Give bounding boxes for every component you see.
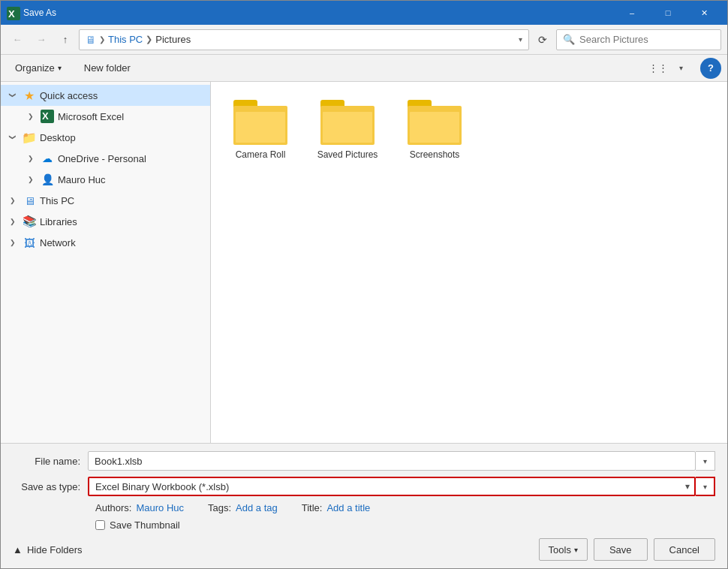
new-folder-button[interactable]: New folder bbox=[76, 59, 139, 78]
save-as-dialog: X Save As – □ ✕ ← → ↑ 🖥 ❯ This PC ❯ Pict… bbox=[0, 0, 728, 569]
action-row: ▲ Hide Folders Tools ▾ Save Cancel bbox=[13, 538, 715, 561]
folder-name-camera-roll: Camera Roll bbox=[236, 149, 286, 161]
tools-button[interactable]: Tools ▾ bbox=[539, 538, 588, 561]
thispc-icon: 🖥 bbox=[22, 193, 37, 208]
title-value[interactable]: Add a title bbox=[326, 502, 370, 513]
folder-grid: Camera Roll Saved Pictures bbox=[223, 94, 715, 167]
folder-icon-saved-pictures bbox=[320, 100, 375, 145]
title-group: Title: Add a title bbox=[302, 502, 371, 513]
bottom-panel: File name: ▾ Save as type: Excel Binary … bbox=[1, 443, 727, 568]
forward-button[interactable]: → bbox=[31, 29, 52, 50]
view-icon: ⋮⋮ bbox=[648, 62, 668, 74]
view-dropdown-button[interactable]: ▾ bbox=[670, 58, 691, 79]
folder-icon-screenshots bbox=[408, 100, 462, 145]
folder-item-camera-roll[interactable]: Camera Roll bbox=[223, 94, 298, 167]
folder-icon-camera-roll bbox=[233, 100, 287, 145]
save-as-type-row: Save as type: Excel Binary Workbook (*.x… bbox=[13, 477, 715, 496]
up-button[interactable]: ↑ bbox=[55, 29, 76, 50]
titlebar: X Save As – □ ✕ bbox=[1, 1, 727, 25]
view-buttons: ⋮⋮ ▾ bbox=[648, 58, 691, 79]
sidebar-label-thispc: This PC bbox=[40, 195, 74, 206]
authors-value[interactable]: Mauro Huc bbox=[136, 502, 184, 513]
checkbox-row: Save Thumbnail bbox=[13, 519, 715, 531]
expand-thispc-icon: ❯ bbox=[7, 194, 19, 206]
file-name-row: File name: ▾ bbox=[13, 451, 715, 471]
sidebar-item-onedrive[interactable]: ❯ ☁ OneDrive - Personal bbox=[1, 148, 210, 169]
folder-name-saved-pictures: Saved Pictures bbox=[317, 149, 378, 161]
title-label: Title: bbox=[302, 502, 323, 513]
sidebar-item-network[interactable]: ❯ 🖼 Network bbox=[1, 232, 210, 253]
toolbar: Organize ▾ New folder ⋮⋮ ▾ ? bbox=[1, 55, 727, 82]
save-label: Save bbox=[609, 544, 632, 555]
excel-sidebar-icon: X bbox=[40, 109, 55, 124]
sidebar-label-network: Network bbox=[40, 237, 76, 248]
save-thumbnail-label[interactable]: Save Thumbnail bbox=[110, 519, 180, 531]
sidebar-label-desktop: Desktop bbox=[40, 132, 76, 143]
tags-value[interactable]: Add a tag bbox=[236, 502, 278, 513]
breadcrumb-dropdown[interactable]: ▾ bbox=[519, 35, 522, 44]
view-toggle-button[interactable]: ⋮⋮ bbox=[648, 58, 669, 79]
folder-name-screenshots: Screenshots bbox=[410, 149, 460, 161]
search-input[interactable] bbox=[579, 34, 714, 45]
expand-mauro-icon: ❯ bbox=[25, 173, 37, 185]
refresh-button[interactable]: ⟳ bbox=[532, 29, 553, 50]
tags-group: Tags: Add a tag bbox=[208, 502, 278, 513]
organize-dropdown-icon: ▾ bbox=[58, 64, 62, 72]
sidebar-item-microsoft-excel[interactable]: ❯ X Microsoft Excel bbox=[1, 106, 210, 127]
cancel-button[interactable]: Cancel bbox=[654, 538, 715, 561]
organize-button[interactable]: Organize ▾ bbox=[7, 59, 70, 78]
sidebar-label-libraries: Libraries bbox=[40, 216, 77, 227]
view-dropdown-icon: ▾ bbox=[679, 64, 683, 72]
tools-label: Tools bbox=[549, 544, 571, 555]
folder-item-screenshots[interactable]: Screenshots bbox=[397, 94, 472, 167]
close-button[interactable]: ✕ bbox=[687, 1, 721, 25]
help-icon: ? bbox=[708, 62, 714, 74]
hide-folders-arrow-icon: ▲ bbox=[13, 544, 23, 555]
minimize-button[interactable]: – bbox=[615, 1, 649, 25]
authors-group: Authors: Mauro Huc bbox=[95, 502, 184, 513]
maximize-button[interactable]: □ bbox=[651, 1, 685, 25]
breadcrumb-pictures[interactable]: Pictures bbox=[155, 34, 191, 45]
svg-text:X: X bbox=[42, 110, 49, 122]
expand-libraries-icon: ❯ bbox=[7, 215, 19, 227]
quick-access-icon: ★ bbox=[22, 88, 37, 103]
file-name-label: File name: bbox=[13, 456, 88, 467]
breadcrumb-thispc[interactable]: This PC bbox=[108, 34, 143, 45]
expand-quick-access-icon: ❯ bbox=[7, 89, 19, 101]
hide-folders-label: Hide Folders bbox=[27, 544, 83, 555]
onedrive-icon: ☁ bbox=[40, 151, 55, 166]
folder-item-saved-pictures[interactable]: Saved Pictures bbox=[310, 94, 385, 167]
save-button[interactable]: Save bbox=[594, 538, 648, 561]
sidebar-label-onedrive: OneDrive - Personal bbox=[58, 153, 146, 164]
navbar: ← → ↑ 🖥 ❯ This PC ❯ Pictures ▾ ⟳ 🔍 bbox=[1, 25, 727, 55]
save-as-type-select[interactable]: Excel Binary Workbook (*.xlsb) bbox=[88, 477, 696, 496]
back-button[interactable]: ← bbox=[7, 29, 28, 50]
organize-label: Organize bbox=[15, 62, 55, 74]
sidebar-item-quick-access[interactable]: ❯ ★ Quick access bbox=[1, 85, 210, 106]
breadcrumb-sep: ❯ bbox=[146, 35, 152, 44]
new-folder-label: New folder bbox=[84, 62, 131, 74]
breadcrumb-arrow: ❯ bbox=[99, 35, 105, 44]
network-icon: 🖼 bbox=[22, 235, 37, 250]
help-button[interactable]: ? bbox=[700, 58, 721, 79]
cancel-label: Cancel bbox=[669, 544, 699, 555]
tags-label: Tags: bbox=[208, 502, 231, 513]
expand-desktop-icon: ❯ bbox=[7, 131, 19, 143]
expand-network-icon: ❯ bbox=[7, 236, 19, 248]
save-as-dropdown-icon: ▾ bbox=[696, 477, 715, 496]
sidebar-label-mauro: Mauro Huc bbox=[58, 174, 106, 185]
hide-folders-button[interactable]: ▲ Hide Folders bbox=[13, 544, 83, 555]
sidebar-item-this-pc[interactable]: ❯ 🖥 This PC bbox=[1, 190, 210, 211]
sidebar-item-mauro-huc[interactable]: ❯ 👤 Mauro Huc bbox=[1, 169, 210, 190]
meta-row: Authors: Mauro Huc Tags: Add a tag Title… bbox=[13, 502, 715, 513]
sidebar-item-libraries[interactable]: ❯ 📚 Libraries bbox=[1, 211, 210, 232]
search-box: 🔍 bbox=[556, 29, 721, 50]
save-as-type-wrapper: Excel Binary Workbook (*.xlsb) bbox=[88, 477, 696, 496]
save-thumbnail-checkbox[interactable] bbox=[95, 520, 105, 530]
sidebar: ❯ ★ Quick access ❯ X Microsoft Excel ❯ 📁 bbox=[1, 82, 211, 443]
sidebar-label-excel: Microsoft Excel bbox=[58, 111, 124, 122]
sidebar-item-desktop[interactable]: ❯ 📁 Desktop bbox=[1, 127, 210, 148]
file-name-dropdown-icon: ▾ bbox=[696, 451, 715, 471]
file-name-input[interactable] bbox=[88, 451, 696, 471]
expand-excel-icon: ❯ bbox=[25, 110, 37, 122]
